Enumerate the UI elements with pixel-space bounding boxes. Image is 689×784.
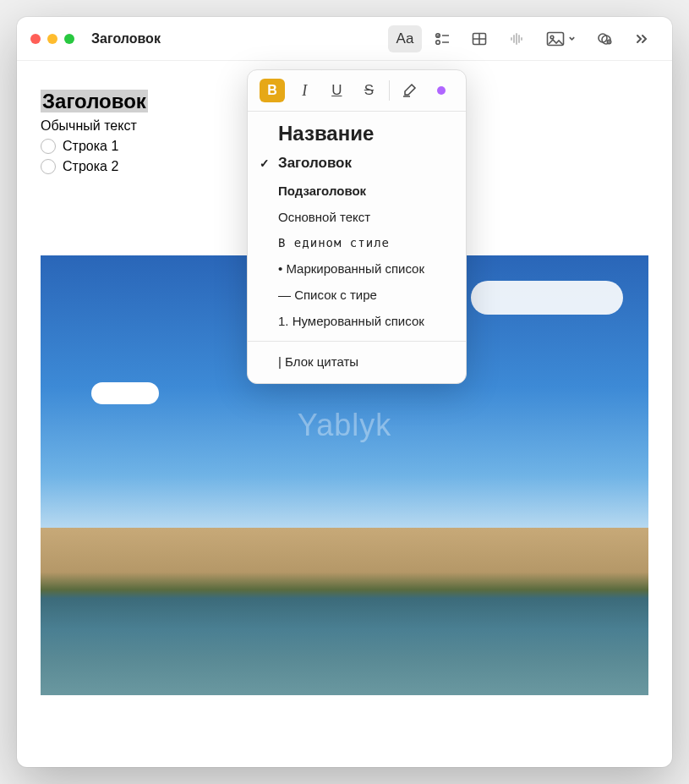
style-title[interactable]: Название: [248, 118, 466, 149]
checklist-button[interactable]: [425, 25, 459, 52]
window-title: Заголовок: [91, 31, 161, 47]
toolbar: Aa: [388, 25, 659, 52]
waveform-icon: [508, 30, 525, 47]
checklist-icon: [434, 30, 451, 47]
photo-icon: [546, 31, 576, 47]
color-dot-icon: [437, 86, 446, 95]
format-popover: B I U S Название ✓ Заголовок: [247, 69, 467, 384]
divider: [248, 341, 466, 342]
paragraph-style-list: Название ✓ Заголовок Подзаголовок Основн…: [248, 113, 466, 339]
style-blockquote[interactable]: | Блок цитаты: [248, 348, 466, 375]
strikethrough-button[interactable]: S: [356, 79, 381, 102]
note-heading[interactable]: Заголовок: [41, 90, 148, 112]
lock-button[interactable]: [588, 25, 621, 52]
italic-button[interactable]: I: [292, 79, 317, 102]
divider: [389, 80, 390, 101]
zoom-button[interactable]: [64, 34, 74, 44]
style-dashed-list[interactable]: — Список с тире: [248, 282, 466, 308]
svg-point-2: [436, 40, 440, 44]
inline-format-row: B I U S: [248, 70, 466, 109]
highlighter-icon: [401, 82, 418, 99]
chevron-right-double-icon: [634, 31, 649, 47]
style-heading[interactable]: ✓ Заголовок: [248, 149, 466, 178]
checkbox-icon[interactable]: [41, 159, 56, 174]
style-monostyled[interactable]: В едином стиле: [248, 230, 466, 255]
checklist-label: Строка 2: [63, 159, 118, 174]
window-controls: [30, 34, 74, 44]
bold-button[interactable]: B: [260, 79, 285, 102]
style-bulleted-list[interactable]: • Маркированный список: [248, 255, 466, 282]
table-icon: [471, 30, 488, 47]
close-button[interactable]: [30, 34, 41, 44]
more-button[interactable]: [625, 25, 659, 52]
style-body[interactable]: Основной текст: [248, 204, 466, 230]
style-subheading[interactable]: Подзаголовок: [248, 178, 466, 204]
style-numbered-list[interactable]: 1. Нумерованный список: [248, 308, 466, 334]
audio-button[interactable]: [500, 25, 533, 52]
checklist-label: Строка 1: [63, 139, 118, 154]
checkmark-icon: ✓: [260, 156, 270, 170]
highlight-button[interactable]: [396, 79, 422, 102]
table-button[interactable]: [462, 25, 496, 52]
lock-icon: [596, 30, 613, 47]
minimize-button[interactable]: [47, 34, 57, 44]
divider: [248, 111, 466, 112]
underline-button[interactable]: U: [324, 79, 349, 102]
text-color-button[interactable]: [429, 79, 454, 102]
format-icon: Aa: [396, 30, 414, 47]
app-window: Заголовок Aa: [17, 17, 672, 767]
svg-point-13: [550, 36, 554, 39]
chevron-down-icon: [568, 35, 576, 42]
checkbox-icon[interactable]: [41, 139, 56, 154]
titlebar: Заголовок Aa: [17, 17, 672, 61]
format-button[interactable]: Aa: [388, 25, 422, 52]
media-button[interactable]: [537, 25, 584, 52]
